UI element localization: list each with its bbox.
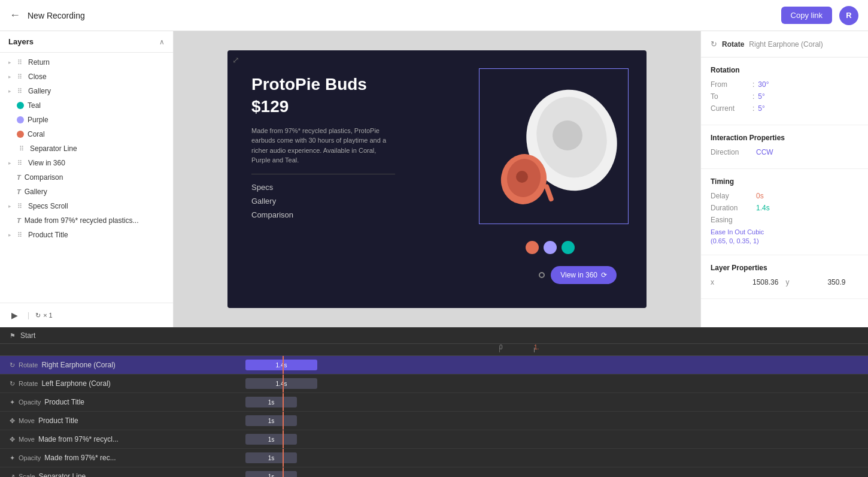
layer-item-view360[interactable]: ▸ ⠿ View in 360 — [0, 156, 173, 170]
collapse-icon: ▸ — [8, 59, 11, 65]
color-purple[interactable] — [544, 241, 557, 254]
layer-item-comparison[interactable]: T Comparison — [0, 170, 173, 185]
back-icon: ← — [10, 9, 20, 22]
timeline-track-2: 1s — [245, 393, 868, 411]
tl-action-6: Scale — [19, 473, 35, 477]
nav-comparison[interactable]: Comparison — [251, 210, 395, 219]
tl-action-0: Rotate — [19, 361, 38, 369]
to-label: To — [711, 92, 752, 101]
x-label: x — [711, 278, 752, 286]
panel-bottom: ▶ | ↻ × 1 — [0, 303, 173, 327]
props-target-label: Right Earphone (Coral) — [749, 40, 823, 49]
collapse-icon: ▸ — [8, 88, 11, 94]
loop-count: × 1 — [43, 312, 53, 319]
text-type-icon: T — [17, 174, 21, 181]
color-teal[interactable] — [562, 241, 575, 254]
tl-icon-0: ↻ — [10, 361, 15, 369]
rotation-section: Rotation From : 30° To : 5° Current : 5° — [701, 58, 868, 125]
timeline-bar-6[interactable]: 1s — [245, 471, 297, 477]
layer-item-gallery-text[interactable]: T Gallery — [0, 185, 173, 199]
tl-icon-4: ✥ — [10, 436, 15, 443]
timeline-row-4[interactable]: ✥ Move Made from 97%* recycl... 1s — [0, 430, 868, 448]
layer-item-product-title[interactable]: ▸ ⠿ Product Title — [0, 228, 173, 242]
timeline-bar-0[interactable]: 1.4s — [245, 360, 317, 370]
collapse-icon: ▸ — [8, 160, 11, 166]
rotation-title: Rotation — [711, 66, 858, 74]
layer-item-made-from[interactable]: T Made from 97%* recycled plastics... — [0, 213, 173, 228]
timeline-bar-4[interactable]: 1s — [245, 434, 297, 445]
collapse-icon: ▸ — [8, 232, 11, 238]
nav-specs[interactable]: Specs — [251, 183, 395, 192]
easing-value: Ease In Out Cubic(0.65, 0, 0.35, 1) — [711, 228, 858, 246]
color-circles — [526, 241, 575, 254]
play-button[interactable]: ▶ — [7, 308, 22, 322]
component-icon: ⠿ — [15, 59, 25, 67]
collapse-icon: ▸ — [8, 74, 11, 80]
playhead-1 — [283, 375, 284, 393]
layers-list: ▸ ⠿ Return ▸ ⠿ Close ▸ ⠿ Gallery Teal Pu… — [0, 53, 173, 303]
timeline-row-3[interactable]: ✥ Move Product Title 1s — [0, 412, 868, 430]
color-coral[interactable] — [526, 241, 539, 254]
product-info: ProtoPie Buds $129 Made from 97%* recycl… — [251, 74, 395, 219]
layers-collapse-icon[interactable]: ∧ — [159, 38, 165, 46]
layer-item-purple[interactable]: Purple — [0, 113, 173, 127]
layer-item-return[interactable]: ▸ ⠿ Return — [0, 55, 173, 70]
product-desc: Made from 97%* recycled plastics, ProtoP… — [251, 126, 395, 165]
tl-target-1: Left Earphone (Coral) — [41, 379, 110, 388]
radio-button[interactable] — [539, 272, 545, 278]
timeline-row-2[interactable]: ✦ Opacity Product Title 1s — [0, 393, 868, 411]
view360-button[interactable]: View in 360 ⟳ — [551, 266, 617, 284]
tl-target-4: Made from 97%* recycl... — [38, 435, 119, 443]
timeline-label-2: ✦ Opacity Product Title — [0, 398, 245, 406]
timeline-bar-1[interactable]: 1.4s — [245, 378, 317, 389]
coral-dot — [17, 131, 24, 138]
product-title-text: ProtoPie Buds — [251, 74, 395, 95]
back-button[interactable]: ← — [10, 9, 20, 22]
nav-gallery[interactable]: Gallery — [251, 197, 395, 206]
copy-link-button[interactable]: Copy link — [781, 7, 832, 24]
playhead-2 — [283, 393, 284, 411]
avatar: R — [839, 6, 858, 25]
y-value: 350.9 — [827, 278, 845, 286]
layer-item-coral[interactable]: Coral — [0, 127, 173, 141]
timeline-bar-2[interactable]: 1s — [245, 397, 297, 407]
layer-item-teal[interactable]: Teal — [0, 98, 173, 113]
timeline-row-6[interactable]: ↗ Scale Separator Line 1s — [0, 467, 868, 477]
timeline-area: ⚑ Start 0 1. ↻ Rotate Right Earphone (Co… — [0, 327, 868, 477]
collapse-icon: ▸ — [8, 203, 11, 209]
layer-item-gallery-group[interactable]: ▸ ⠿ Gallery — [0, 84, 173, 98]
xy-row: x 1508.36 y 350.9 — [711, 278, 858, 286]
purple-dot — [17, 116, 24, 123]
easing-row: Easing — [711, 216, 858, 224]
timeline-track-6: 1s — [245, 467, 868, 477]
tl-target-0: Right Earphone (Coral) — [41, 361, 115, 369]
from-value: 30° — [758, 80, 769, 89]
timeline-bar-5[interactable]: 1s — [245, 452, 297, 463]
current-row: Current : 5° — [711, 104, 858, 113]
timeline-row-1[interactable]: ↻ Rotate Left Earphone (Coral) 1.4s — [0, 375, 868, 393]
layer-item-close[interactable]: ▸ ⠿ Close — [0, 70, 173, 84]
main-area: Layers ∧ ▸ ⠿ Return ▸ ⠿ Close ▸ ⠿ Galler… — [0, 31, 868, 327]
expand-icon[interactable]: ⤢ — [232, 55, 239, 65]
duration-label: Duration — [711, 204, 752, 212]
loop-icon: ↻ — [35, 312, 41, 319]
timeline-track-4: 1s — [245, 430, 868, 448]
component-icon: ⠿ — [17, 145, 26, 153]
timeline-bar-3[interactable]: 1s — [245, 415, 297, 426]
direction-label: Direction — [711, 148, 752, 156]
delay-row: Delay 0s — [711, 192, 858, 200]
view360-icon: ⟳ — [601, 271, 607, 279]
layer-item-specs-scroll[interactable]: ▸ ⠿ Specs Scroll — [0, 199, 173, 213]
layer-item-separator-line[interactable]: ⠿ Separator Line — [0, 141, 173, 156]
interaction-section: Interaction Properties Direction CCW — [701, 125, 868, 169]
timeline-row-0[interactable]: ↻ Rotate Right Earphone (Coral) 1.4s — [0, 356, 868, 374]
timeline-label-3: ✥ Move Product Title — [0, 416, 245, 425]
tl-action-5: Opacity — [19, 454, 41, 461]
component-icon: ⠿ — [15, 203, 25, 210]
playhead-0 — [283, 356, 284, 374]
tl-action-2: Opacity — [19, 398, 41, 406]
component-icon: ⠿ — [15, 159, 25, 167]
timeline-row-5[interactable]: ✦ Opacity Made from 97%* rec... 1s — [0, 449, 868, 467]
teal-dot — [17, 102, 24, 109]
playhead-6 — [283, 467, 284, 477]
